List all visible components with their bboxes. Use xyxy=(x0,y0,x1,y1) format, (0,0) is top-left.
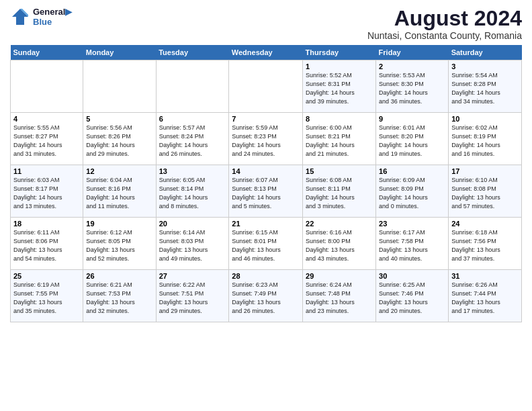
day-number: 14 xyxy=(232,167,300,175)
day-number: 13 xyxy=(159,167,226,175)
day-number: 15 xyxy=(306,167,373,175)
day-info: Sunrise: 5:55 AM Sunset: 8:27 PM Dayligh… xyxy=(13,124,80,158)
logo: General▶ Blue xyxy=(10,7,72,27)
calendar-week-5: 25Sunrise: 6:19 AM Sunset: 7:55 PM Dayli… xyxy=(11,270,522,322)
header: General▶ Blue August 2024 Nuntasi, Const… xyxy=(10,7,522,41)
page-container: General▶ Blue August 2024 Nuntasi, Const… xyxy=(0,0,532,329)
day-info: Sunrise: 6:16 AM Sunset: 8:00 PM Dayligh… xyxy=(306,228,373,263)
day-info: Sunrise: 6:25 AM Sunset: 7:46 PM Dayligh… xyxy=(379,281,445,316)
calendar-week-4: 18Sunrise: 6:11 AM Sunset: 8:06 PM Dayli… xyxy=(11,218,522,270)
calendar-cell: 1Sunrise: 5:52 AM Sunset: 8:31 PM Daylig… xyxy=(303,60,376,113)
logo-text: General▶ Blue xyxy=(33,7,72,27)
calendar-subtitle: Nuntasi, Constanta County, Romania xyxy=(367,30,522,41)
calendar-cell: 16Sunrise: 6:09 AM Sunset: 8:09 PM Dayli… xyxy=(376,165,449,218)
day-info: Sunrise: 6:11 AM Sunset: 8:06 PM Dayligh… xyxy=(13,228,80,263)
calendar-title: August 2024 xyxy=(367,7,522,30)
calendar-cell: 22Sunrise: 6:16 AM Sunset: 8:00 PM Dayli… xyxy=(303,218,376,270)
calendar-cell xyxy=(83,60,156,113)
day-number: 28 xyxy=(232,272,300,280)
day-number: 25 xyxy=(13,272,80,280)
day-info: Sunrise: 5:54 AM Sunset: 8:28 PM Dayligh… xyxy=(451,71,519,106)
day-number: 11 xyxy=(13,167,80,175)
title-block: August 2024 Nuntasi, Constanta County, R… xyxy=(367,7,522,41)
day-info: Sunrise: 6:04 AM Sunset: 8:16 PM Dayligh… xyxy=(86,176,152,211)
svg-marker-0 xyxy=(12,9,28,25)
day-info: Sunrise: 6:02 AM Sunset: 8:19 PM Dayligh… xyxy=(451,124,519,158)
day-info: Sunrise: 6:01 AM Sunset: 8:20 PM Dayligh… xyxy=(379,124,445,158)
day-info: Sunrise: 6:14 AM Sunset: 8:03 PM Dayligh… xyxy=(159,228,226,263)
calendar-cell: 25Sunrise: 6:19 AM Sunset: 7:55 PM Dayli… xyxy=(11,270,83,322)
calendar-week-3: 11Sunrise: 6:03 AM Sunset: 8:17 PM Dayli… xyxy=(11,165,522,218)
day-info: Sunrise: 6:26 AM Sunset: 7:44 PM Dayligh… xyxy=(451,281,519,316)
calendar-cell: 18Sunrise: 6:11 AM Sunset: 8:06 PM Dayli… xyxy=(11,218,83,270)
day-number: 23 xyxy=(379,220,445,228)
day-number: 27 xyxy=(159,272,226,280)
calendar-cell: 12Sunrise: 6:04 AM Sunset: 8:16 PM Dayli… xyxy=(83,165,156,218)
day-number: 5 xyxy=(86,115,152,123)
calendar-cell: 8Sunrise: 6:00 AM Sunset: 8:21 PM Daylig… xyxy=(303,113,376,165)
calendar-cell: 2Sunrise: 5:53 AM Sunset: 8:30 PM Daylig… xyxy=(376,60,449,113)
day-info: Sunrise: 6:07 AM Sunset: 8:13 PM Dayligh… xyxy=(232,176,300,211)
col-sunday: Sunday xyxy=(11,45,83,60)
col-tuesday: Tuesday xyxy=(156,45,229,60)
day-number: 4 xyxy=(13,115,80,123)
day-info: Sunrise: 5:56 AM Sunset: 8:26 PM Dayligh… xyxy=(86,124,152,158)
day-number: 20 xyxy=(159,220,226,228)
calendar-cell: 7Sunrise: 5:59 AM Sunset: 8:23 PM Daylig… xyxy=(229,113,303,165)
calendar-cell: 6Sunrise: 5:57 AM Sunset: 8:24 PM Daylig… xyxy=(156,113,229,165)
day-info: Sunrise: 5:59 AM Sunset: 8:23 PM Dayligh… xyxy=(232,124,300,158)
day-info: Sunrise: 6:00 AM Sunset: 8:21 PM Dayligh… xyxy=(306,124,373,158)
day-number: 6 xyxy=(159,115,226,123)
col-saturday: Saturday xyxy=(449,45,522,60)
day-number: 18 xyxy=(13,220,80,228)
day-info: Sunrise: 6:17 AM Sunset: 7:58 PM Dayligh… xyxy=(379,228,445,263)
calendar-week-2: 4Sunrise: 5:55 AM Sunset: 8:27 PM Daylig… xyxy=(11,113,522,165)
calendar-cell: 24Sunrise: 6:18 AM Sunset: 7:56 PM Dayli… xyxy=(449,218,522,270)
calendar-cell: 15Sunrise: 6:08 AM Sunset: 8:11 PM Dayli… xyxy=(303,165,376,218)
day-number: 7 xyxy=(232,115,300,123)
day-info: Sunrise: 5:57 AM Sunset: 8:24 PM Dayligh… xyxy=(159,124,226,158)
calendar-cell xyxy=(229,60,303,113)
day-info: Sunrise: 6:15 AM Sunset: 8:01 PM Dayligh… xyxy=(232,228,300,263)
day-number: 17 xyxy=(451,167,519,175)
calendar-cell: 27Sunrise: 6:22 AM Sunset: 7:51 PM Dayli… xyxy=(156,270,229,322)
col-thursday: Thursday xyxy=(303,45,376,60)
day-number: 24 xyxy=(451,220,519,228)
day-info: Sunrise: 6:24 AM Sunset: 7:48 PM Dayligh… xyxy=(306,281,373,316)
day-number: 9 xyxy=(379,115,445,123)
col-monday: Monday xyxy=(83,45,156,60)
calendar-cell: 9Sunrise: 6:01 AM Sunset: 8:20 PM Daylig… xyxy=(376,113,449,165)
calendar-week-1: 1Sunrise: 5:52 AM Sunset: 8:31 PM Daylig… xyxy=(11,60,522,113)
calendar-cell: 17Sunrise: 6:10 AM Sunset: 8:08 PM Dayli… xyxy=(449,165,522,218)
day-info: Sunrise: 6:19 AM Sunset: 7:55 PM Dayligh… xyxy=(13,281,80,316)
day-number: 26 xyxy=(86,272,152,280)
day-number: 31 xyxy=(451,272,519,280)
day-info: Sunrise: 5:53 AM Sunset: 8:30 PM Dayligh… xyxy=(379,71,445,106)
col-friday: Friday xyxy=(376,45,449,60)
logo-icon xyxy=(10,7,30,27)
day-info: Sunrise: 6:09 AM Sunset: 8:09 PM Dayligh… xyxy=(379,176,445,211)
calendar-cell: 30Sunrise: 6:25 AM Sunset: 7:46 PM Dayli… xyxy=(376,270,449,322)
day-number: 22 xyxy=(306,220,373,228)
calendar-header-row: Sunday Monday Tuesday Wednesday Thursday… xyxy=(11,45,522,60)
day-info: Sunrise: 6:10 AM Sunset: 8:08 PM Dayligh… xyxy=(451,176,519,211)
calendar-cell: 13Sunrise: 6:05 AM Sunset: 8:14 PM Dayli… xyxy=(156,165,229,218)
day-info: Sunrise: 6:21 AM Sunset: 7:53 PM Dayligh… xyxy=(86,281,152,316)
day-number: 2 xyxy=(379,62,445,71)
day-info: Sunrise: 6:18 AM Sunset: 7:56 PM Dayligh… xyxy=(451,228,519,263)
day-info: Sunrise: 6:23 AM Sunset: 7:49 PM Dayligh… xyxy=(232,281,300,316)
calendar-cell xyxy=(11,60,83,113)
col-wednesday: Wednesday xyxy=(229,45,303,60)
day-number: 19 xyxy=(86,220,152,228)
calendar-cell: 4Sunrise: 5:55 AM Sunset: 8:27 PM Daylig… xyxy=(11,113,83,165)
day-number: 12 xyxy=(86,167,152,175)
calendar-cell xyxy=(156,60,229,113)
calendar-cell: 26Sunrise: 6:21 AM Sunset: 7:53 PM Dayli… xyxy=(83,270,156,322)
calendar-cell: 10Sunrise: 6:02 AM Sunset: 8:19 PM Dayli… xyxy=(449,113,522,165)
calendar-cell: 11Sunrise: 6:03 AM Sunset: 8:17 PM Dayli… xyxy=(11,165,83,218)
day-info: Sunrise: 5:52 AM Sunset: 8:31 PM Dayligh… xyxy=(306,71,373,106)
day-info: Sunrise: 6:12 AM Sunset: 8:05 PM Dayligh… xyxy=(86,228,152,263)
day-number: 21 xyxy=(232,220,300,228)
day-info: Sunrise: 6:03 AM Sunset: 8:17 PM Dayligh… xyxy=(13,176,80,211)
calendar-cell: 31Sunrise: 6:26 AM Sunset: 7:44 PM Dayli… xyxy=(449,270,522,322)
